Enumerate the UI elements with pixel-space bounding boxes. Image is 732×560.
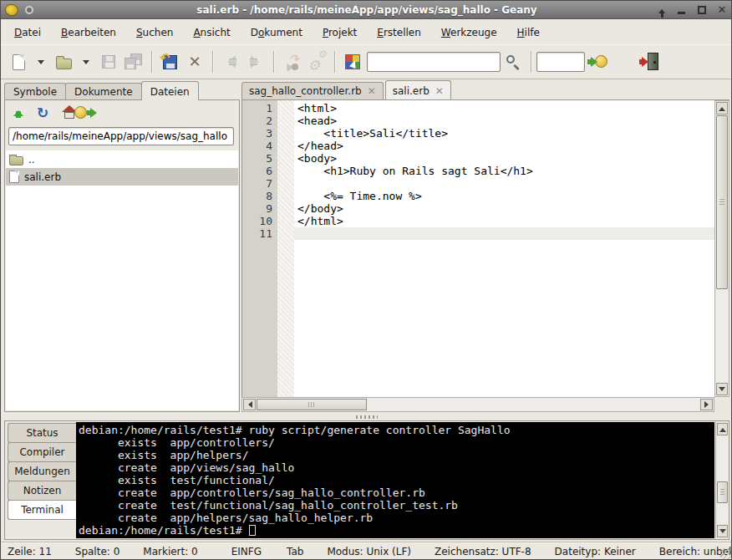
goto-line-button[interactable]: [585, 48, 610, 75]
toolbar-separator: [273, 51, 274, 73]
menubar: Datei Bearbeiten Suchen Ansicht Dokument…: [1, 20, 732, 44]
editor-horizontal-scrollbar[interactable]: [241, 397, 714, 412]
menu-dokument[interactable]: Dokument: [241, 23, 313, 43]
menu-ansicht[interactable]: Ansicht: [183, 23, 240, 43]
tab-notizen[interactable]: Notizen: [8, 481, 76, 501]
path-input[interactable]: [8, 127, 234, 145]
code-line-current: 11: [242, 227, 714, 240]
close-file-button[interactable]: ✕: [182, 48, 207, 75]
menu-werkzeuge[interactable]: Werkzeuge: [431, 23, 507, 43]
code-line: 1<html>: [242, 102, 714, 115]
save-button[interactable]: [96, 48, 121, 75]
scroll-right-arrow[interactable]: [700, 399, 713, 410]
geany-app-icon: [5, 4, 18, 16]
goto-path-button[interactable]: [87, 105, 104, 120]
open-file-dropdown[interactable]: [76, 48, 96, 75]
quit-door-icon: [639, 53, 659, 71]
menu-hilfe[interactable]: Hilfe: [507, 23, 550, 43]
menu-datei[interactable]: Datei: [4, 23, 51, 43]
up-directory-button[interactable]: [12, 105, 28, 120]
resize-grip-icon[interactable]: [720, 548, 732, 560]
back-button[interactable]: [218, 48, 243, 75]
code-editor[interactable]: 1<html> 2<head> 3 <title>Sali</title> 4<…: [241, 100, 714, 397]
forward-arrow-icon: [247, 55, 264, 69]
menu-erstellen[interactable]: Erstellen: [367, 23, 431, 43]
editor: sag_hallo_controller.rb ✕ sali.erb ✕ 1<h…: [241, 81, 729, 412]
status-insert-mode: EINFG: [231, 546, 262, 557]
open-folder-icon: [56, 59, 72, 69]
scrollbar-thumb[interactable]: [716, 115, 728, 289]
terminal-line: create app/controllers/sag_hallo_control…: [79, 486, 712, 499]
color-chooser-icon: [345, 54, 360, 69]
save-all-icon: [125, 53, 143, 70]
main-area: Symbole Dokumente Dateien ↻ ..: [1, 80, 732, 414]
quit-button[interactable]: [637, 48, 662, 75]
jump-to-icon: [587, 54, 607, 69]
save-all-button[interactable]: [121, 48, 146, 75]
menu-bearbeiten[interactable]: Bearbeiten: [51, 23, 126, 43]
pane-splitter[interactable]: [1, 414, 732, 420]
editor-vertical-scrollbar[interactable]: [714, 100, 729, 397]
tab-terminal[interactable]: Terminal: [8, 500, 76, 520]
refresh-button[interactable]: ↻: [37, 105, 53, 120]
scroll-down-arrow[interactable]: [717, 525, 728, 537]
terminal-scrollbar[interactable]: [715, 422, 729, 538]
close-tab-icon[interactable]: ✕: [368, 85, 376, 97]
tab-dateien[interactable]: Dateien: [141, 81, 199, 100]
code-lines: 1<html> 2<head> 3 <title>Sali</title> 4<…: [242, 102, 714, 240]
search-input[interactable]: [367, 52, 501, 72]
message-window: Status Compiler Meldungen Notizen Termin…: [4, 420, 729, 540]
close-button[interactable]: ✕: [716, 4, 728, 16]
tab-sali-erb[interactable]: sali.erb ✕: [385, 80, 451, 99]
tab-dokumente[interactable]: Dokumente: [65, 83, 142, 100]
code-line: 8 <%= Time.now %>: [242, 190, 714, 202]
editor-tabs: sag_hallo_controller.rb ✕ sali.erb ✕: [241, 81, 729, 100]
build-button[interactable]: ⚙⚙: [304, 48, 329, 75]
tab-label: sali.erb: [393, 85, 430, 97]
scroll-up-arrow[interactable]: [716, 102, 728, 115]
status-filetype: Dateityp: Keiner: [555, 546, 636, 557]
tab-status[interactable]: Status: [8, 423, 76, 443]
color-chooser-button[interactable]: [340, 48, 365, 75]
code-line: 5<body>: [242, 152, 714, 165]
scrollbar-thumb[interactable]: [257, 399, 367, 410]
menu-projekt[interactable]: Projekt: [313, 23, 367, 43]
shade-button[interactable]: [656, 4, 668, 16]
list-item-sali-erb[interactable]: sali.erb: [6, 168, 238, 186]
scrollbar-thumb[interactable]: [717, 481, 728, 503]
code-line: 3 <title>Sali</title>: [242, 127, 714, 140]
forward-button[interactable]: [243, 48, 268, 75]
close-tab-icon[interactable]: ✕: [435, 85, 444, 97]
open-file-button[interactable]: [51, 48, 76, 75]
minimize-button[interactable]: [676, 4, 688, 16]
chevron-down-icon: [38, 60, 44, 68]
revert-button[interactable]: ↶: [157, 48, 182, 75]
maximize-button[interactable]: [696, 4, 708, 16]
terminal-prompt-line: debian:/home/rails/test1#: [79, 524, 712, 537]
status-indent-mode: Tab: [287, 546, 303, 557]
tab-sag-hallo-controller[interactable]: sag_hallo_controller.rb ✕: [241, 82, 384, 99]
list-item-parent-dir[interactable]: ..: [6, 150, 238, 168]
new-file-dropdown[interactable]: [31, 48, 51, 75]
status-selected: Markiert: 0: [143, 546, 197, 557]
geany-window: sali.erb - /home/rails/meineApp/app/view…: [0, 0, 732, 560]
tab-compiler[interactable]: Compiler: [8, 442, 76, 462]
folder-icon: [9, 156, 23, 165]
terminal-line: exists test/functional/: [79, 474, 712, 486]
compile-button[interactable]: ↷: [279, 48, 304, 75]
scroll-left-arrow[interactable]: [243, 399, 256, 410]
tab-meldungen[interactable]: Meldungen: [8, 461, 76, 481]
back-arrow-icon: [222, 55, 239, 69]
new-file-button[interactable]: [6, 48, 31, 75]
status-encoding: Zeichensatz: UTF-8: [435, 546, 531, 557]
toolbar-separator: [334, 51, 335, 73]
scroll-down-arrow[interactable]: [716, 383, 728, 395]
tab-symbole[interactable]: Symbole: [4, 83, 66, 100]
terminal[interactable]: debian:/home/rails/test1# ruby script/ge…: [76, 422, 714, 538]
goto-line-input[interactable]: [536, 52, 585, 72]
menu-suchen[interactable]: Suchen: [126, 23, 183, 43]
scroll-up-arrow[interactable]: [717, 423, 728, 435]
close-file-icon: ✕: [188, 54, 201, 69]
chevron-down-icon: [83, 60, 89, 68]
search-button[interactable]: [501, 48, 526, 75]
